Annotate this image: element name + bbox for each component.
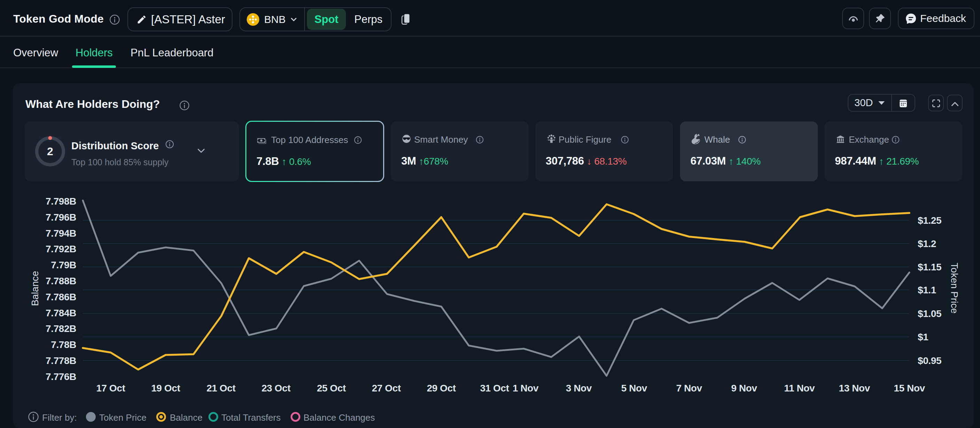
- svg-text:7.794B: 7.794B: [46, 228, 76, 239]
- svg-text:19 Oct: 19 Oct: [151, 383, 180, 393]
- svg-text:7.778B: 7.778B: [46, 355, 76, 366]
- svg-text:27 Oct: 27 Oct: [372, 383, 401, 393]
- svg-text:1 Nov: 1 Nov: [512, 383, 539, 393]
- svg-text:$1: $1: [918, 332, 928, 342]
- svg-text:7.782B: 7.782B: [46, 323, 76, 334]
- svg-text:7.796B: 7.796B: [46, 212, 76, 223]
- svg-text:$1.15: $1.15: [918, 262, 941, 272]
- svg-text:7.786B: 7.786B: [46, 291, 76, 302]
- svg-text:5 Nov: 5 Nov: [621, 383, 647, 393]
- svg-text:3 Nov: 3 Nov: [566, 383, 592, 393]
- svg-text:7.798B: 7.798B: [46, 196, 76, 207]
- svg-text:7.78B: 7.78B: [51, 339, 76, 350]
- svg-text:7 Nov: 7 Nov: [676, 383, 702, 393]
- svg-text:7.776B: 7.776B: [46, 371, 76, 382]
- svg-text:9 Nov: 9 Nov: [731, 383, 757, 393]
- svg-text:31 Oct: 31 Oct: [480, 383, 509, 393]
- svg-text:15 Nov: 15 Nov: [894, 383, 925, 393]
- svg-text:7.788B: 7.788B: [46, 275, 76, 286]
- svg-text:$1.1: $1.1: [918, 285, 936, 296]
- svg-text:$1.05: $1.05: [918, 308, 941, 319]
- svg-text:25 Oct: 25 Oct: [317, 383, 345, 393]
- svg-text:13 Nov: 13 Nov: [839, 383, 870, 393]
- svg-text:29 Oct: 29 Oct: [427, 383, 455, 393]
- svg-text:17 Oct: 17 Oct: [96, 383, 125, 393]
- svg-text:$0.95: $0.95: [918, 355, 941, 366]
- svg-text:11 Nov: 11 Nov: [784, 383, 815, 393]
- svg-text:7.784B: 7.784B: [46, 308, 76, 318]
- svg-text:23 Oct: 23 Oct: [261, 383, 290, 393]
- svg-text:Token Price: Token Price: [949, 263, 960, 313]
- svg-text:7.79B: 7.79B: [51, 259, 76, 270]
- svg-text:7.792B: 7.792B: [46, 243, 76, 255]
- svg-text:$1.2: $1.2: [918, 239, 936, 249]
- svg-text:$1.25: $1.25: [918, 215, 941, 226]
- svg-text:21 Oct: 21 Oct: [206, 383, 235, 393]
- svg-text:Balance: Balance: [30, 271, 40, 306]
